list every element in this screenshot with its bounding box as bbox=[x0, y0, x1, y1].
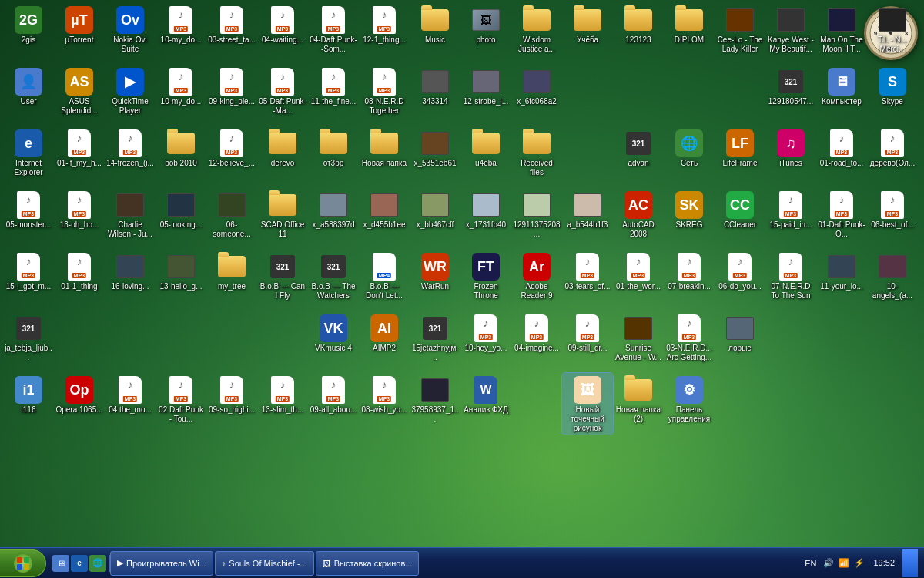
desktop-icon-doc-analiz[interactable]: Анализ ФХД bbox=[460, 373, 511, 435]
quicklaunch-desktop-icon[interactable]: 🖥 bbox=[52, 555, 69, 572]
tray-power-icon[interactable]: ⚡ bbox=[853, 557, 865, 570]
desktop-icon-aimp2[interactable]: AI AIMP2 bbox=[359, 311, 410, 373]
desktop-icon-empty5[interactable] bbox=[562, 126, 613, 188]
taskbar-btn-souls[interactable]: ♪ Souls Of Mischief -... bbox=[215, 551, 314, 576]
desktop-icon-nokia-ovi[interactable]: Ov Nokia Ovi Suite bbox=[105, 3, 156, 65]
desktop-icon-mp3-4[interactable]: 04-Daft Punk--Som... bbox=[308, 3, 359, 65]
desktop-icon-mp3-35[interactable]: 13-slim_th... bbox=[257, 373, 308, 435]
desktop-icon-lifeframe[interactable]: LF LifeFrame bbox=[715, 126, 765, 188]
desktop-icon-mp3-16[interactable]: 05-monster... bbox=[3, 188, 54, 250]
desktop-icon-mp4-bob3[interactable]: B.o.B — Don't Let... bbox=[359, 250, 410, 311]
desktop-icon-mp3-6[interactable]: 10-my_do... bbox=[156, 65, 206, 126]
desktop-icon-file-6fc[interactable]: x_6fc068a2 bbox=[511, 65, 562, 126]
tray-language[interactable]: EN bbox=[802, 559, 819, 568]
desktop-icon-mp3-13[interactable]: 12-believe_... bbox=[206, 126, 257, 188]
tray-clock[interactable]: 19:52 bbox=[869, 557, 899, 568]
desktop-icon-komputer[interactable]: 🖥 Компьютер bbox=[816, 65, 867, 126]
taskbar-btn-mediaplayer[interactable]: ▶ Проигрыватель Wi... bbox=[110, 551, 213, 576]
desktop-icon-photo-sunrise[interactable]: Sunrise Avenue - W... bbox=[613, 311, 664, 373]
desktop-icon-photo-d455[interactable]: x_d455b1ee bbox=[359, 188, 410, 250]
desktop-icon-mp3-12[interactable]: 14-frozen_(i... bbox=[105, 126, 156, 188]
desktop-icon-folder-novaya[interactable]: Новая папка bbox=[359, 126, 410, 188]
desktop-icon-ccleaner[interactable]: CC CCleaner bbox=[715, 188, 765, 250]
desktop-icon-photo-12911[interactable]: 12911375208... bbox=[511, 188, 562, 250]
desktop-icon-asus[interactable]: AS ASUS Splendid... bbox=[54, 65, 105, 126]
desktop-icon-mp3-17[interactable]: 13-oh_ho... bbox=[54, 188, 105, 250]
desktop-icon-folder-novaya2[interactable]: Новая папка (2) bbox=[613, 373, 664, 435]
desktop-icon-mp3-3[interactable]: 04-waiting... bbox=[257, 3, 308, 65]
desktop-icon-mp3-36[interactable]: 09-all_abou... bbox=[308, 373, 359, 435]
desktop-icon-folder-derevo[interactable]: derevo bbox=[257, 126, 308, 188]
desktop-icon-mp3-23[interactable]: 03-tears_of... bbox=[562, 250, 613, 311]
desktop-icon-photo-file[interactable]: 🖼 photo bbox=[460, 3, 511, 65]
desktop-icon-folder-music[interactable]: Music bbox=[410, 3, 460, 65]
desktop-icon-mp3-31[interactable]: 03-N.E.R.D... Arc Getting... bbox=[664, 311, 715, 373]
tray-sound-icon[interactable]: 🔊 bbox=[822, 557, 835, 570]
desktop-icon-mp3-24[interactable]: 01-the_wor... bbox=[613, 250, 664, 311]
desktop-icon-photo-b544[interactable]: a_b544b1f3 bbox=[562, 188, 613, 250]
desktop-icon-clap-15[interactable]: 15jetazhnyjм... bbox=[410, 311, 460, 373]
desktop-icon-2gis[interactable]: 2G 2gis bbox=[3, 3, 54, 65]
desktop-icon-empty14[interactable] bbox=[511, 373, 562, 435]
desktop-icon-file-343314[interactable]: 343314 bbox=[410, 65, 460, 126]
desktop-icon-panel-uprav[interactable]: ⚙ Панель управления bbox=[664, 373, 715, 435]
desktop-icon-warrun[interactable]: WR WarRun bbox=[410, 250, 460, 311]
desktop-icon-photo-11your[interactable]: 11-your_lo... bbox=[816, 250, 867, 311]
desktop-icon-mp3-5[interactable]: 12-1_thing... bbox=[359, 3, 410, 65]
desktop-icon-photo-looking[interactable]: 05-looking... bbox=[156, 188, 206, 250]
desktop-icon-photo-ceelo[interactable]: Cee-Lo - The Lady Killer bbox=[715, 3, 765, 65]
desktop-icon-mp3-26[interactable]: 06-do_you... bbox=[715, 250, 765, 311]
desktop-icon-mp3-9[interactable]: 11-the_fine... bbox=[308, 65, 359, 126]
desktop-icon-photo-lorye[interactable]: лорые bbox=[715, 311, 765, 373]
desktop-icon-pointart-selected[interactable]: 🖼 Новый точечный рисунок bbox=[562, 373, 613, 435]
start-button[interactable] bbox=[0, 549, 46, 577]
desktop-icon-empty11[interactable] bbox=[765, 311, 816, 373]
desktop-icon-frozen-throne[interactable]: FT Frozen Throne bbox=[460, 250, 511, 311]
desktop-icon-quicktime[interactable]: ▶ QuickTime Player bbox=[105, 65, 156, 126]
desktop-icon-mp3-10[interactable]: 08-N.E.R.D Together bbox=[359, 65, 410, 126]
desktop-icon-empty1[interactable] bbox=[562, 65, 613, 126]
desktop-icon-clap-129[interactable]: 129180547... bbox=[765, 65, 816, 126]
desktop-icon-adobe[interactable]: Ar Adobe Reader 9 bbox=[511, 250, 562, 311]
desktop-icon-clap-advan[interactable]: advan bbox=[613, 126, 664, 188]
desktop-icon-mp3-7[interactable]: 09-king_pie... bbox=[206, 65, 257, 126]
desktop-icon-skreg[interactable]: SK SKREG bbox=[664, 188, 715, 250]
desktop-icon-photo-13hello[interactable]: 13-hello_g... bbox=[156, 250, 206, 311]
desktop-icon-vkmusic[interactable]: VK VKmusic 4 bbox=[308, 311, 359, 373]
desktop-icon-empty6[interactable] bbox=[54, 311, 105, 373]
desktop-icon-folder-bob2010[interactable]: bob 2010 bbox=[156, 126, 206, 188]
desktop-icon-folder-scad[interactable]: SCAD Office 11 bbox=[257, 188, 308, 250]
desktop-icon-folder-diplom[interactable]: DIPLOM bbox=[664, 3, 715, 65]
desktop-icon-file-5351[interactable]: x_5351eb61 bbox=[410, 126, 460, 188]
desktop-icon-photo-manonmoon[interactable]: Man On The Moon II T... bbox=[816, 3, 867, 65]
desktop-icon-folder-u4eba[interactable]: u4eba bbox=[460, 126, 511, 188]
desktop-icon-folder-mytree[interactable]: my_tree bbox=[206, 250, 257, 311]
desktop-icon-clap-ja[interactable]: ja_tebja_ljub... bbox=[3, 311, 54, 373]
show-desktop-btn[interactable] bbox=[902, 549, 918, 577]
desktop-icon-photo-tl[interactable]: T.I. - N... Merci... bbox=[867, 3, 918, 65]
desktop-icon-folder-wisdom[interactable]: Wisdom Justice a... bbox=[511, 3, 562, 65]
quicklaunch-extra-icon[interactable]: 🌐 bbox=[89, 555, 106, 572]
desktop-icon-photo-16loving[interactable]: 16-loving... bbox=[105, 250, 156, 311]
desktop-icon-autocad[interactable]: AC AutoCAD 2008 bbox=[613, 188, 664, 250]
desktop-icon-photo-bb4[interactable]: x_bb467cff bbox=[410, 188, 460, 250]
desktop-icon-mp3-28[interactable]: 10-hey_yo... bbox=[460, 311, 511, 373]
desktop-icon-folder-received[interactable]: Received files bbox=[511, 126, 562, 188]
desktop-icon-mp3-29[interactable]: 04-imagine... bbox=[511, 311, 562, 373]
desktop-icon-empty9[interactable] bbox=[206, 311, 257, 373]
desktop-icon-photo-1731[interactable]: x_1731fb40 bbox=[460, 188, 511, 250]
desktop-icon-mp3-37[interactable]: 08-wish_yo... bbox=[359, 373, 410, 435]
desktop-icon-file-strobe[interactable]: 12-strobe_l... bbox=[460, 65, 511, 126]
desktop-icon-empty7[interactable] bbox=[105, 311, 156, 373]
desktop-icon-empty10[interactable] bbox=[257, 311, 308, 373]
desktop-icon-folder-123123[interactable]: 123123 bbox=[613, 3, 664, 65]
desktop-icon-empty3[interactable] bbox=[664, 65, 715, 126]
desktop-icon-itunes[interactable]: ♫ iTunes bbox=[765, 126, 816, 188]
desktop-icon-empty8[interactable] bbox=[156, 311, 206, 373]
desktop-icon-mp3-32[interactable]: 04 the_mo... bbox=[105, 373, 156, 435]
desktop-icon-mp3-33[interactable]: 02 Daft Punk - Tou... bbox=[156, 373, 206, 435]
desktop-icon-mp3-19[interactable]: 01-Daft Punk-O... bbox=[816, 188, 867, 250]
desktop-icon-photo-someone[interactable]: 06-someone... bbox=[206, 188, 257, 250]
desktop-icon-empty12[interactable] bbox=[816, 311, 867, 373]
desktop-icon-photo-a588[interactable]: x_a588397d bbox=[308, 188, 359, 250]
